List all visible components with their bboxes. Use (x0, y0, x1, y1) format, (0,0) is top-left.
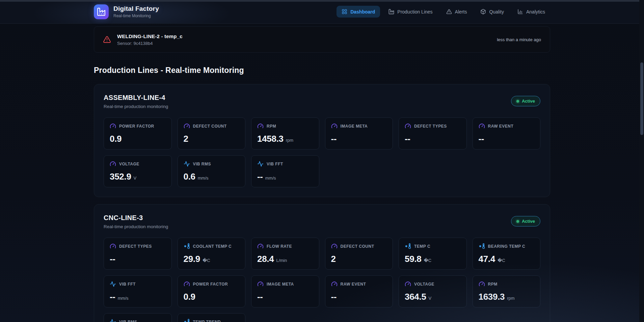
nav-item-label: Dashboard (350, 9, 375, 15)
metric-value: 28.4 (257, 254, 274, 264)
metric-header: VOLTAGE (405, 281, 461, 287)
brand-text: Digital Factory Real-time Monitoring (113, 5, 159, 18)
metric-label: COOLANT TEMP C (193, 244, 232, 249)
metric-value: -- (110, 254, 115, 264)
metric-value: 59.8 (405, 254, 421, 264)
metric-label: VIB RMS (119, 320, 137, 322)
metric-value: 352.9 (110, 171, 131, 182)
activity-icon (257, 161, 264, 167)
gauge-icon (184, 281, 190, 287)
metric-unit: mm/s (265, 176, 276, 181)
thermometer-snowflake-icon (479, 243, 485, 249)
metric-tile-temp-c: TEMP C59.8�C (399, 238, 467, 270)
metric-tile-flow-rate: FLOW RATE28.4L/min (251, 238, 319, 270)
metric-value-row: 0.9 (110, 134, 166, 144)
nav-item-dashboard[interactable]: Dashboard (337, 6, 380, 18)
card-title-block: CNC-LINE-3Real-time production monitorin… (104, 214, 168, 229)
metric-header: RAW EVENT (331, 281, 387, 287)
alert-triangle-icon (446, 9, 452, 15)
metric-label: VIB RMS (193, 162, 211, 166)
card-title-block: ASSEMBLY-LINE-4Real-time production moni… (104, 94, 168, 109)
metric-tile-image-meta: IMAGE META-- (251, 275, 319, 307)
nav-item-label: Production Lines (397, 9, 432, 15)
metric-label: DEFECT TYPES (119, 244, 152, 249)
metric-unit: rpm (507, 296, 514, 301)
metric-value: 1639.3 (479, 292, 505, 302)
app-logo-icon (94, 4, 109, 19)
status-dot-icon (516, 100, 519, 103)
nav-item-quality[interactable]: Quality (475, 6, 509, 18)
alert-text: WELDING-LINE-2 - temp_c Sensor: 9c4138b4 (117, 33, 491, 46)
gauge-icon (331, 281, 338, 287)
metric-header: TEMP C (405, 243, 461, 249)
nav-item-alerts[interactable]: Alerts (441, 6, 472, 18)
line-card-assembly-line-4: ASSEMBLY-LINE-4Real-time production moni… (94, 84, 550, 197)
card-header: ASSEMBLY-LINE-4Real-time production moni… (104, 94, 540, 109)
gauge-icon (405, 123, 411, 129)
card-header: CNC-LINE-3Real-time production monitorin… (104, 214, 540, 229)
metric-value: -- (257, 292, 263, 302)
metric-value-row: -- (479, 134, 535, 144)
metric-value-row: 352.9V (110, 171, 166, 182)
metric-header: DEFECT TYPES (405, 123, 461, 129)
metric-value-row: 59.8�C (405, 254, 461, 264)
thermometer-snowflake-icon (184, 319, 190, 322)
activity-icon (110, 319, 116, 322)
gauge-icon (479, 281, 485, 287)
thermometer-snowflake-icon (184, 243, 190, 249)
metric-label: RAW EVENT (488, 124, 514, 129)
metric-value: 364.5 (405, 292, 426, 302)
metric-tile-defect-types: DEFECT TYPES-- (104, 238, 172, 270)
metric-tile-power-factor: POWER FACTOR0.9 (104, 117, 172, 150)
gauge-icon (405, 281, 411, 287)
scrollbar-thumb[interactable] (640, 62, 643, 135)
metric-header: FLOW RATE (257, 243, 313, 249)
nav-item-production-lines[interactable]: Production Lines (383, 6, 437, 18)
page-title: Production Lines - Real-time Monitoring (94, 66, 550, 75)
metric-header: TEMP TREND (184, 319, 240, 322)
alert-timestamp: less than a minute ago (497, 37, 541, 42)
brand: Digital Factory Real-time Monitoring (94, 4, 159, 19)
gauge-icon (110, 161, 116, 167)
gauge-icon (110, 123, 116, 129)
scrollbar-track[interactable] (639, 0, 644, 322)
status-label: Active (522, 99, 535, 104)
metric-grid: POWER FACTOR0.9DEFECT COUNT2RPM1458.3rpm… (104, 117, 540, 187)
metric-tile-voltage: VOLTAGE352.9V (104, 155, 172, 187)
metric-value-row: --mm/s (110, 292, 166, 302)
metric-header: POWER FACTOR (110, 123, 166, 129)
metric-unit: �C (498, 258, 505, 263)
bar-chart-icon (517, 9, 523, 15)
metric-value: -- (331, 292, 337, 302)
status-label: Active (522, 219, 535, 224)
metric-grid: DEFECT TYPES--COOLANT TEMP C29.9�CFLOW R… (104, 238, 540, 322)
metric-tile-raw-event: RAW EVENT-- (473, 117, 541, 150)
line-subtitle: Real-time production monitoring (104, 104, 168, 109)
metric-value: -- (257, 171, 263, 182)
line-card-cnc-line-3: CNC-LINE-3Real-time production monitorin… (94, 204, 550, 322)
nav-item-analytics[interactable]: Analytics (512, 6, 550, 18)
alert-banner[interactable]: WELDING-LINE-2 - temp_c Sensor: 9c4138b4… (94, 26, 550, 53)
metric-value-row: -- (331, 134, 387, 144)
nav-menu: DashboardProduction LinesAlertsQualityAn… (337, 6, 550, 18)
metric-value-row: 364.5V (405, 292, 461, 302)
metric-value-row: 1639.3rpm (479, 292, 535, 302)
metric-value: -- (331, 134, 337, 144)
metric-tile-temp-trend: TEMP TREND (178, 313, 246, 322)
factory-icon (388, 9, 394, 15)
top-edge-strip (0, 0, 644, 2)
metric-value: 2 (184, 134, 188, 144)
metric-label: DEFECT COUNT (193, 124, 227, 129)
main-content: WELDING-LINE-2 - temp_c Sensor: 9c4138b4… (94, 26, 550, 322)
thermometer-snowflake-icon (405, 243, 411, 249)
metric-header: DEFECT TYPES (110, 243, 166, 249)
metric-label: VOLTAGE (119, 162, 139, 166)
metric-tile-coolant-temp-c: COOLANT TEMP C29.9�C (178, 238, 246, 270)
metric-unit: V (429, 296, 432, 301)
navbar: Digital Factory Real-time Monitoring Das… (0, 0, 644, 24)
metric-tile-image-meta: IMAGE META-- (325, 117, 393, 150)
metric-value: 0.9 (110, 134, 122, 144)
metric-label: BEARING TEMP C (488, 244, 526, 249)
metric-header: IMAGE META (331, 123, 387, 129)
metric-header: COOLANT TEMP C (184, 243, 240, 249)
